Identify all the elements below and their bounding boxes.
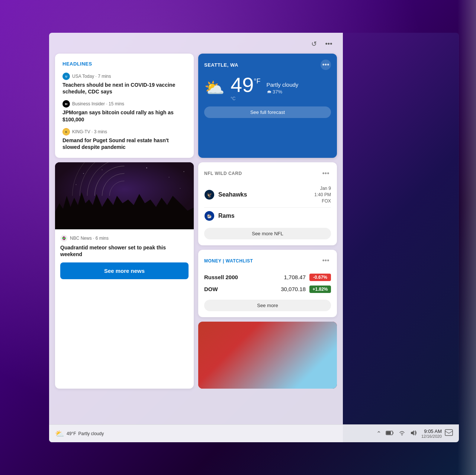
seahawks-logo: 🦅 [204, 189, 215, 200]
taskbar-weather[interactable]: ⛅ 49°F Partly cloudy [55, 429, 104, 438]
headline-3: Demand for Puget Sound real estate hasn'… [62, 137, 186, 150]
taskbar-condition: Partly cloudy [78, 431, 104, 436]
news-item-2[interactable]: BI Business Insider · 15 mins JPMorgan s… [62, 100, 186, 122]
screen-area: ↺ ••• HEADLINES U USA Today · 7 mins Tea… [49, 33, 459, 442]
svg-marker-30 [411, 430, 414, 436]
rams-info: 🐏 Rams [204, 211, 235, 221]
see-more-nfl-button[interactable]: See more NFL [204, 228, 331, 239]
weather-desc-container: Partly cloudy 🌧 37% [267, 82, 299, 95]
money-label: MONEY | WATCHLIST [204, 258, 253, 264]
stock-name-russell: Russell 2000 [204, 274, 245, 280]
svg-point-10 [76, 184, 76, 185]
svg-point-7 [147, 168, 147, 168]
rams-logo: 🐏 [204, 211, 215, 221]
headlines-card: HEADLINES U USA Today · 7 mins Teachers … [55, 54, 194, 158]
nfl-more-icon[interactable]: ••• [321, 168, 331, 179]
news-item-3[interactable]: K KING-TV · 3 mins Demand for Puget Soun… [62, 128, 186, 150]
nfl-header: NFL WILD CARD ••• [204, 168, 331, 179]
taskbar-weather-icon: ⛅ [55, 429, 64, 438]
stock-change-dow: +1.82% [309, 286, 331, 293]
stock-value-dow: 30,070.18 [245, 286, 309, 292]
stock-value-russell: 1,708.47 [245, 274, 309, 280]
image-news-content: NBC News · 6 mins Quadrantid meteor show… [55, 229, 194, 284]
taskbar-time[interactable]: 9:05 AM 12/16/2020 [421, 428, 442, 439]
see-more-news-button[interactable]: See more news [60, 262, 189, 279]
svg-point-29 [401, 434, 402, 435]
weather-main: ⛅ 49°F °C Partly cloudy 🌧 37% [204, 74, 331, 101]
source-time-1: USA Today · 7 mins [72, 74, 111, 79]
taskbar-notification-icon[interactable] [445, 429, 453, 438]
svg-text:🐏: 🐏 [207, 214, 212, 219]
weather-temperature: 49 [231, 73, 254, 96]
svg-point-5 [83, 173, 84, 174]
headline-1: Teachers should be next in COVID-19 vacc… [62, 82, 186, 95]
widgets-grid: HEADLINES U USA Today · 7 mins Teachers … [55, 54, 337, 393]
weather-header: SEATTLE, WA ••• [204, 60, 331, 70]
taskbar-volume-icon[interactable] [410, 430, 417, 437]
team-divider [204, 207, 331, 208]
taskbar-clock: 9:05 AM [421, 428, 442, 434]
team-row-rams: 🐏 Rams [204, 208, 331, 223]
stock-row-russell: Russell 2000 1,708.47 -0.67% [204, 271, 331, 283]
nbc-icon [60, 235, 68, 242]
svg-point-24 [308, 339, 312, 343]
more-options-icon[interactable]: ••• [324, 39, 334, 49]
taskbar-wifi-icon[interactable] [398, 430, 406, 437]
source-time-2: Business Insider · 15 mins [72, 101, 124, 106]
nbc-source-time: NBC News · 6 mins [70, 236, 109, 241]
game-channel: FOX [314, 198, 331, 204]
svg-text:U: U [65, 75, 67, 78]
see-more-money-button[interactable]: See more [204, 300, 331, 311]
image-news-card: NBC News · 6 mins Quadrantid meteor show… [55, 162, 194, 388]
news-image-meteors [55, 162, 194, 229]
source-icon-usatoday: U [62, 73, 70, 80]
headlines-label: HEADLINES [62, 61, 186, 67]
svg-point-11 [180, 188, 180, 189]
stock-change-russell: -0.67% [309, 274, 331, 281]
game-time: 1:40 PM [314, 192, 331, 198]
svg-text:K: K [65, 131, 67, 133]
svg-text:🦅: 🦅 [207, 192, 212, 198]
svg-point-8 [169, 177, 169, 177]
stock-row-dow: DOW 30,070.18 +1.82% [204, 283, 331, 295]
nfl-label: NFL WILD CARD [204, 171, 242, 176]
game-date: Jan 9 [314, 185, 331, 192]
weather-condition-icon: ⛅ [204, 80, 225, 96]
refresh-icon[interactable]: ↺ [309, 39, 319, 49]
nbc-headline: Quadrantid meteor shower set to peak thi… [60, 244, 189, 258]
star-trails [55, 162, 194, 229]
see-forecast-button[interactable]: See full forecast [204, 106, 331, 118]
right-column: NFL WILD CARD ••• 🦅 Seahawks [198, 162, 337, 388]
weather-temp-container: 49°F °C [231, 74, 261, 101]
taskbar-chevron-icon[interactable]: ⌃ [376, 430, 381, 437]
source-icon-bi: BI [62, 100, 70, 108]
news-source-2: BI Business Insider · 15 mins [62, 100, 186, 108]
svg-rect-25 [308, 343, 311, 349]
weather-card: SEATTLE, WA ••• ⛅ 49°F °C Partly cloudy … [198, 54, 337, 158]
seahawks-info: 🦅 Seahawks [204, 189, 247, 200]
news-source-3: K KING-TV · 3 mins [62, 128, 186, 136]
bottom-right-image [198, 322, 337, 389]
rams-name: Rams [218, 213, 235, 219]
weather-condition-text: Partly cloudy [267, 82, 299, 88]
weather-more-icon[interactable]: ••• [321, 60, 331, 70]
seahawks-name: Seahawks [218, 191, 247, 198]
source-icon-king: K [62, 128, 70, 136]
svg-point-9 [184, 171, 184, 172]
money-more-icon[interactable]: ••• [321, 256, 331, 266]
news-item-1[interactable]: U USA Today · 7 mins Teachers should be … [62, 73, 186, 95]
svg-rect-18 [198, 322, 337, 389]
weather-humidity: 🌧 37% [267, 89, 299, 95]
taskbar-temperature: 49°F [67, 431, 76, 436]
money-card: MONEY | WATCHLIST ••• Russell 2000 1,708… [198, 250, 337, 317]
game-info: Jan 9 1:40 PM FOX [314, 185, 331, 204]
svg-point-6 [102, 169, 102, 170]
money-header: MONEY | WATCHLIST ••• [204, 256, 331, 266]
weather-unit-f: °F [254, 77, 260, 85]
stock-name-dow: DOW [204, 286, 245, 292]
news-source-1: U USA Today · 7 mins [62, 73, 186, 80]
source-time-3: KING-TV · 3 mins [72, 129, 107, 134]
taskbar-battery-icon [386, 430, 394, 437]
nbc-source: NBC News · 6 mins [60, 235, 189, 242]
nfl-card: NFL WILD CARD ••• 🦅 Seahawks [198, 162, 337, 245]
